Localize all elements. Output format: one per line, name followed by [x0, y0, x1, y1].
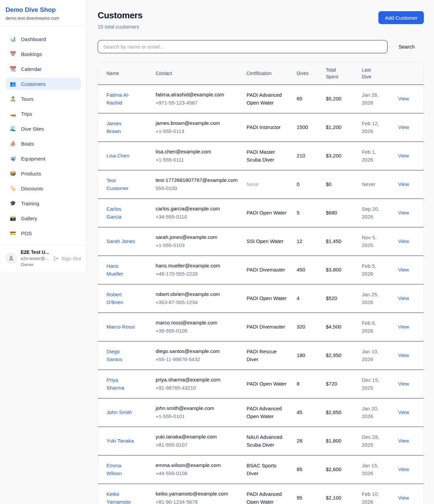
- customer-certification: BSAC Sports Diver: [246, 462, 289, 478]
- sidebar-item-label: POS: [21, 230, 32, 236]
- customer-name-link[interactable]: Keiko Yamamoto: [106, 490, 136, 504]
- customer-count: 15 total customers: [98, 24, 142, 30]
- view-link[interactable]: View: [398, 324, 409, 330]
- shop-title: Demo Dive Shop: [5, 6, 81, 14]
- view-link[interactable]: View: [398, 181, 409, 187]
- col-header-contact: Contact: [156, 62, 246, 85]
- table-row: Diego Santos diego.santos@example.com +5…: [98, 341, 423, 370]
- table-row: Lisa Chen lisa.chen@example.com +1-555-0…: [98, 142, 423, 170]
- customer-phone: 555-0100: [156, 185, 238, 192]
- view-link[interactable]: View: [398, 466, 409, 472]
- customer-total-spent: $2,850: [326, 398, 362, 427]
- customer-phone: +1-555-0103: [156, 242, 238, 249]
- sidebar-item[interactable]: 🌊 Dive Sites: [5, 123, 81, 135]
- sidebar-item[interactable]: ⛵ Boats: [5, 137, 81, 150]
- shop-domain: demo.test.divestreams.com: [5, 16, 81, 21]
- sidebar-item[interactable]: 🤿 Equipment: [5, 152, 81, 165]
- view-link[interactable]: View: [398, 96, 409, 101]
- table-row: Robert O'Brien robert.obrien@example.com…: [98, 284, 423, 313]
- add-customer-button[interactable]: Add Customer: [378, 11, 424, 24]
- col-header-certification: Certification: [246, 62, 297, 85]
- table-row: Fatima Al-Rashid fatima.alrashid@example…: [98, 85, 423, 113]
- sidebar-item[interactable]: 💳 POS: [5, 227, 81, 239]
- customer-last-dive: Jan 28, 2026: [362, 91, 383, 107]
- sidebar-item-icon: 🌊: [9, 126, 16, 132]
- customer-total-spent: $3,800: [326, 256, 362, 284]
- sidebar-item-icon: 🏷️: [9, 185, 16, 191]
- customer-certification: NAUI Advanced Scuba Diver: [246, 433, 289, 449]
- sidebar-item[interactable]: 📸 Gallery: [5, 212, 81, 224]
- customer-total-spent: $1,800: [326, 427, 362, 455]
- customer-name-link[interactable]: Robert O'Brien: [106, 291, 136, 306]
- app-root: Demo Dive Shop demo.test.divestreams.com…: [0, 0, 434, 504]
- view-link[interactable]: View: [398, 124, 409, 130]
- search-input[interactable]: [98, 40, 388, 53]
- search-button[interactable]: Search: [388, 44, 424, 50]
- customer-email: emma.wilson@example.com: [156, 462, 238, 469]
- customer-last-dive: Sep 20, 2025: [362, 205, 383, 221]
- view-link[interactable]: View: [398, 210, 409, 216]
- user-name: E2E Test U...: [21, 249, 50, 255]
- view-link[interactable]: View: [398, 153, 409, 158]
- customer-dives: 0: [297, 170, 326, 199]
- customer-total-spent: $1,200: [326, 113, 362, 142]
- table-row: Yuki Tanaka yuki.tanaka@example.com +81-…: [98, 427, 423, 455]
- page-title: Customers: [98, 10, 142, 21]
- sidebar-item[interactable]: 🚤 Trips: [5, 108, 81, 120]
- view-link[interactable]: View: [398, 295, 409, 301]
- customers-table-card: Name Contact Certification Dives Total S…: [98, 62, 424, 504]
- sidebar-item[interactable]: 📅 Bookings: [5, 48, 81, 60]
- customer-name-link[interactable]: Carlos Garcia: [106, 205, 136, 221]
- customer-total-spent: $3,200: [326, 142, 362, 170]
- sidebar-item[interactable]: 📊 Dashboard: [5, 33, 81, 45]
- view-link[interactable]: View: [398, 238, 409, 244]
- customer-name-link[interactable]: Fatima Al-Rashid: [106, 91, 136, 107]
- customers-table: Name Contact Certification Dives Total S…: [98, 62, 423, 504]
- customer-email: carlos.garcia@example.com: [156, 205, 238, 213]
- sidebar-item[interactable]: 🎓 Training: [5, 197, 81, 209]
- view-link[interactable]: View: [398, 438, 409, 444]
- view-link[interactable]: View: [398, 495, 409, 501]
- customer-dives: 320: [297, 313, 326, 341]
- customer-name-link[interactable]: Hans Mueller: [106, 262, 136, 278]
- sidebar-item[interactable]: 👥 Customers: [5, 78, 81, 90]
- sidebar-item-icon: ⛵: [9, 141, 16, 147]
- sidebar-item[interactable]: 📆 Calendar: [5, 63, 81, 75]
- table-row: Carlos Garcia carlos.garcia@example.com …: [98, 199, 423, 227]
- customer-name-link[interactable]: James Brown: [106, 119, 136, 135]
- customer-last-dive: Dec 15, 2025: [362, 376, 383, 392]
- sidebar-item-label: Dashboard: [21, 36, 46, 42]
- customer-name-link[interactable]: Diego Santos: [106, 348, 136, 363]
- customer-name-link[interactable]: Priya Sharma: [106, 376, 136, 392]
- sidebar-item[interactable]: 🏝️ Tours: [5, 93, 81, 105]
- view-link[interactable]: View: [398, 381, 409, 387]
- customer-name-link[interactable]: Emma Wilson: [106, 462, 136, 478]
- customer-dives: 65: [297, 85, 326, 113]
- sidebar-item-label: Calendar: [21, 66, 42, 72]
- sidebar-item-label: Products: [21, 171, 41, 176]
- customer-name-link[interactable]: Lisa Chen: [106, 152, 130, 160]
- customer-certification: PADI Instructor: [246, 123, 281, 131]
- customer-name-link[interactable]: Sarah Jones: [106, 237, 135, 245]
- view-link[interactable]: View: [398, 409, 409, 415]
- col-header-dives: Dives: [297, 62, 326, 85]
- customer-last-dive: Jan 10, 2026: [362, 348, 383, 363]
- table-row: Test Customer test-1772681807767@example…: [98, 170, 423, 199]
- table-row: Marco Rossi marco.rossi@example.com +39-…: [98, 313, 423, 341]
- view-link[interactable]: View: [398, 352, 409, 358]
- customer-name-link[interactable]: Yuki Tanaka: [106, 437, 134, 445]
- customer-email: lisa.chen@example.com: [156, 148, 238, 156]
- sidebar-item[interactable]: 🏷️ Discounts: [5, 182, 81, 194]
- view-link[interactable]: View: [398, 267, 409, 273]
- customer-phone: +971-55-123-4567: [156, 99, 238, 107]
- col-header-actions: [398, 62, 423, 85]
- sidebar-item[interactable]: 📦 Products: [5, 167, 81, 180]
- sign-out-button[interactable]: Sign Out: [53, 256, 81, 261]
- table-body: Fatima Al-Rashid fatima.alrashid@example…: [98, 85, 423, 504]
- customer-total-spent: $2,100: [326, 484, 362, 504]
- customer-phone: +91-98765-43210: [156, 384, 238, 392]
- customer-name-link[interactable]: Marco Rossi: [106, 323, 135, 331]
- customer-name-link[interactable]: Test Customer: [106, 176, 136, 192]
- customer-name-link[interactable]: John Smith: [106, 408, 132, 416]
- customer-email: robert.obrien@example.com: [156, 291, 238, 298]
